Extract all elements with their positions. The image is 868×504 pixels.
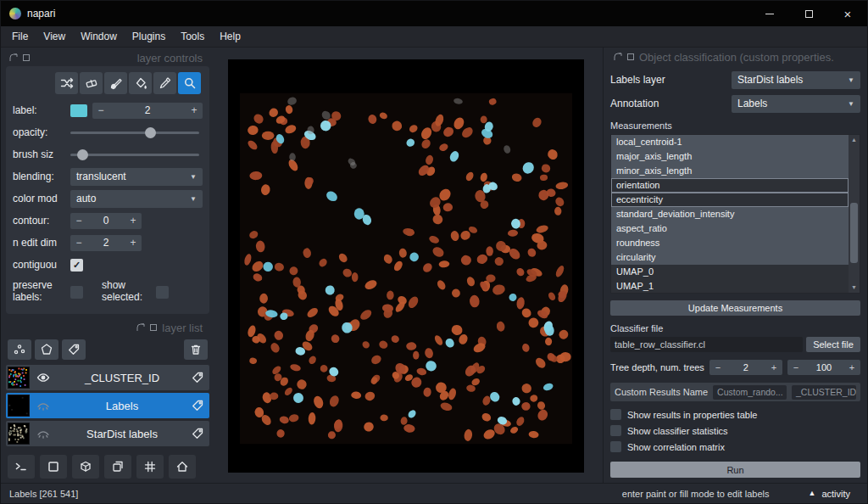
increment-button[interactable]: + (843, 362, 860, 372)
select-file-button[interactable]: Select file (806, 337, 860, 352)
label-spinbox[interactable]: − 2 + (92, 103, 203, 119)
maximize-button[interactable] (789, 1, 828, 26)
menu-plugins[interactable]: Plugins (125, 26, 173, 47)
decrement-button[interactable]: − (92, 104, 109, 116)
scrollbar-track[interactable] (850, 145, 858, 283)
checkbox[interactable]: ✓ (610, 441, 621, 452)
checkbox[interactable]: ✓ (610, 409, 621, 420)
roll-dimensions-button[interactable] (72, 455, 99, 479)
layer-row[interactable]: _CLUSTER_ID (6, 365, 209, 390)
zoom-tool-button[interactable] (178, 72, 201, 94)
measurement-item[interactable]: major_axis_length (611, 149, 849, 164)
float-panel-icon[interactable] (614, 53, 622, 61)
decrement-button[interactable]: − (787, 362, 804, 372)
shuffle-colors-tool-button[interactable] (55, 72, 78, 94)
measurement-item[interactable]: aspect_ratio (611, 221, 849, 236)
layer-row[interactable]: StarDist labels (6, 421, 209, 446)
color-picker-tool-button[interactable] (153, 72, 176, 94)
minimize-button[interactable] (750, 1, 789, 26)
layer-row[interactable]: Labels (6, 393, 209, 418)
show-selected-checkbox[interactable]: ✓ (156, 286, 169, 299)
measurement-item[interactable]: roundness (611, 236, 849, 250)
preserve-labels-checkbox[interactable]: ✓ (70, 286, 83, 299)
hide-panel-icon[interactable] (626, 53, 635, 61)
viewer-canvas[interactable] (228, 59, 584, 473)
slider-handle[interactable] (145, 127, 156, 138)
update-measurements-button[interactable]: Update Measurements (610, 300, 860, 316)
measurement-item[interactable]: orientation (611, 178, 849, 193)
classifier-file-input[interactable]: table_row_classifier.cl (610, 337, 803, 352)
contour-spinbox[interactable]: − 0 + (70, 213, 142, 229)
decrement-button[interactable]: − (70, 215, 87, 227)
slider-handle[interactable] (77, 149, 88, 160)
measurements-scrollbar[interactable]: ▲ ▼ (849, 135, 860, 293)
opacity-slider[interactable] (70, 125, 199, 140)
new-labels-layer-button[interactable] (62, 339, 86, 360)
hide-panel-icon[interactable] (149, 323, 158, 332)
run-button[interactable]: Run (610, 462, 860, 478)
scrollbar-thumb[interactable] (850, 203, 858, 263)
menu-file[interactable]: File (4, 26, 36, 47)
new-shapes-layer-button[interactable] (35, 339, 58, 360)
measurement-item[interactable]: eccentricity (611, 193, 849, 207)
tree-depth-spinbox[interactable]: − 2 + (709, 360, 782, 375)
brush-size-slider[interactable] (70, 147, 199, 162)
checkbox-row[interactable]: ✓Show correlation matrix (610, 441, 860, 452)
delete-layer-button[interactable] (184, 339, 208, 360)
new-points-layer-button[interactable] (8, 339, 31, 360)
measurement-item[interactable]: local_centroid-1 (611, 135, 849, 149)
increment-button[interactable]: + (125, 215, 142, 227)
menu-view[interactable]: View (36, 26, 73, 47)
measurement-item[interactable]: standard_deviation_intensity (611, 207, 849, 221)
visibility-toggle[interactable] (33, 427, 53, 440)
scroll-down-icon[interactable]: ▼ (851, 283, 857, 293)
n-edit-dim-spinbox[interactable]: − 2 + (70, 235, 142, 251)
console-button[interactable] (8, 455, 35, 479)
increment-button[interactable]: + (125, 237, 142, 249)
custom-results-input[interactable]: Custom_rando... (713, 385, 787, 400)
contiguous-checkbox[interactable]: ✓ (70, 259, 83, 272)
contour-label: contour: (13, 215, 65, 227)
visibility-toggle[interactable] (33, 399, 53, 412)
measurement-item[interactable]: circularity (611, 250, 849, 265)
checkbox-row[interactable]: ✓Show results in properties table (610, 409, 860, 420)
activity-toggle[interactable]: ▲ activity (808, 489, 850, 499)
menu-window[interactable]: Window (73, 26, 125, 47)
color-mode-dropdown[interactable]: auto ▼ (70, 190, 203, 208)
home-button[interactable] (169, 455, 196, 479)
label-color-swatch[interactable] (70, 104, 87, 117)
erase-tool-button[interactable] (80, 72, 103, 94)
menu-tools[interactable]: Tools (173, 26, 212, 47)
scroll-up-icon[interactable]: ▲ (851, 135, 857, 145)
measurement-item[interactable]: UMAP_1 (611, 279, 849, 293)
decrement-button[interactable]: − (70, 237, 87, 249)
blending-dropdown[interactable]: translucent ▼ (70, 168, 203, 186)
num-trees-spinbox[interactable]: − 100 + (787, 360, 860, 375)
measurement-item[interactable]: UMAP_0 (611, 265, 849, 279)
fill-tool-button[interactable] (129, 72, 152, 94)
menu-help[interactable]: Help (212, 26, 248, 47)
increment-button[interactable]: + (186, 104, 203, 116)
transpose-dimensions-button[interactable] (104, 455, 131, 479)
close-button[interactable]: × (828, 1, 867, 26)
num-trees-value: 100 (804, 362, 843, 372)
viewer-area (214, 48, 603, 483)
decrement-button[interactable]: − (709, 362, 726, 372)
labels-layer-value: StarDist labels (737, 74, 803, 86)
grid-view-button[interactable] (136, 455, 164, 479)
labels-layer-dropdown[interactable]: StarDist labels ▼ (732, 71, 860, 89)
status-hint: enter paint or fill mode to edit labels (622, 489, 770, 499)
checkbox-row[interactable]: ✓Show classifier statistics (610, 425, 860, 436)
annotation-dropdown[interactable]: Labels ▼ (732, 95, 860, 113)
toggle-ndisplay-button[interactable] (40, 455, 67, 479)
float-panel-icon[interactable] (9, 53, 18, 62)
checkbox[interactable]: ✓ (610, 425, 621, 436)
paint-tool-button[interactable] (104, 72, 127, 94)
increment-button[interactable]: + (765, 362, 782, 372)
float-panel-icon[interactable] (136, 323, 145, 332)
layer-list-title: layer list (162, 322, 206, 334)
contiguous-row: contiguou ✓ (13, 254, 203, 276)
visibility-toggle[interactable] (33, 371, 53, 384)
measurement-item[interactable]: minor_axis_length (611, 164, 849, 178)
hide-panel-icon[interactable] (22, 53, 31, 62)
